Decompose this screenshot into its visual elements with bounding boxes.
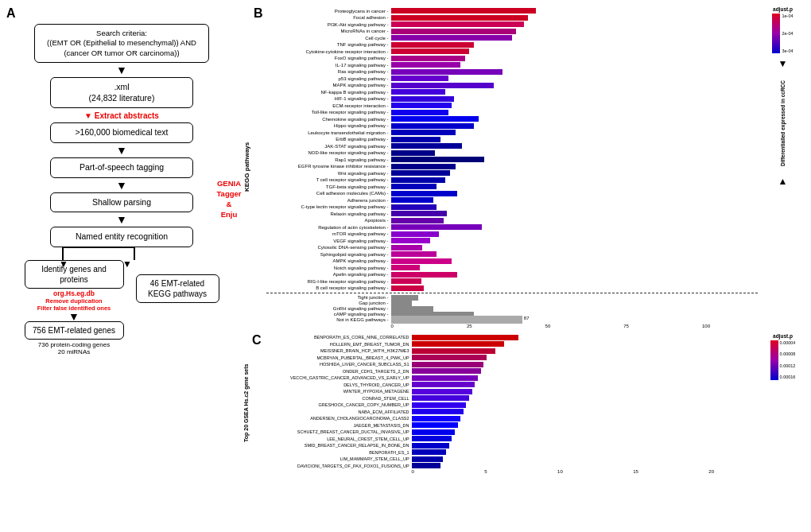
bar-label-b: NOD-like receptor signaling pathway - (266, 150, 391, 155)
bar-label-b: AMPK signaling pathway - (266, 258, 391, 263)
bar-fill-c (412, 375, 478, 381)
bar-row-b: B cell receptor signaling pathway - (266, 285, 758, 291)
emt-genes-box: 756 EMT-related genes (25, 321, 124, 340)
bar-wrap-c (412, 335, 527, 340)
bar-wrap-b (391, 150, 542, 156)
chart-b: Proteoglycans in cancer - Focal adhesion… (266, 6, 758, 328)
bar-fill-b (391, 191, 458, 196)
bar-fill-b (391, 130, 456, 135)
bar-fill-dashed (391, 306, 433, 312)
bar-row-b: Sphingolipid signaling pathway - (266, 251, 758, 257)
bar-row-c: DELYS_THYROID_CANCER_UP (265, 382, 758, 387)
bar-chart-c: BENPORATH_ES_CORE_NINE_CORRELATED HOLLER… (265, 335, 758, 469)
bar-label-c: MCBRYAN_PUBERTAL_BREAST_4_PWK_UP (265, 355, 412, 360)
bar-wrap-c (412, 456, 527, 462)
bar-wrap-b (391, 130, 542, 135)
right-panels: KEGG pathways B Proteoglycans in cancer … (243, 6, 805, 526)
bar-fill-b (391, 245, 423, 250)
bar-fill-b (391, 184, 437, 189)
panel-c: C BENPORATH_ES_CORE_NINE_CORRELATED HOLL… (252, 333, 805, 475)
bar-row-not-kegg: Not in KEGG pathways - 87 (266, 317, 758, 323)
bar-label-c: ANDERSEN_CHOLANGIOCARCINOMA_CLASS2 (265, 416, 412, 421)
bar-fill-c (412, 429, 455, 435)
shallow-parsing-text: Shallow parsing (92, 197, 151, 207)
bar-wrap-b (391, 224, 542, 230)
bar-row-b: PI3K-Akt signaling pathway - (266, 21, 758, 27)
bar-label-dashed: Gap junction - (266, 301, 391, 305)
x-axis-b: 0255075100 (391, 324, 710, 328)
bar-row-b: Toll-like receptor signaling pathway - (266, 110, 758, 115)
bar-fill-c (412, 368, 481, 374)
bar-label-c: SCHUETZ_BREAST_CANCER_DUCTAL_INVASIVE_UP (265, 429, 412, 434)
bar-row-b: Cell adhesion molecules (CAMs) - (266, 191, 758, 196)
ner-text: Named entity recognition (76, 231, 168, 241)
bar-fill-b (391, 143, 462, 149)
bar-fill-c (412, 449, 447, 455)
bar-label-b: HIF-1 signaling pathway - (266, 96, 391, 101)
bar-fill-c (412, 416, 461, 421)
bar-wrap-b (391, 56, 542, 61)
bar-wrap-b (391, 69, 542, 75)
bar-wrap-b (391, 238, 542, 243)
bar-fill-c (412, 341, 504, 347)
bar-label-b: Cell cycle - (266, 36, 391, 41)
bar-row-b: p53 signaling pathway - (266, 76, 758, 81)
bar-fill-b (391, 285, 425, 291)
bar-row-b: MAPK signaling pathway - (266, 83, 758, 88)
bar-row-c: SMID_BREAST_CANCER_RELAPSE_IN_BONE_DN (265, 443, 758, 449)
panel-c-wrapper: Top 20 GSEA Hs.c2 gene sets C BENPORATH_… (243, 333, 805, 475)
bar-fill-b (391, 110, 448, 115)
bar-label-b: TGF-beta signaling pathway - (266, 184, 391, 189)
panel-b: B Proteoglycans in cancer - Focal adhesi… (254, 6, 805, 328)
bar-fill-b (391, 8, 536, 14)
bar-label-not-kegg: Not in KEGG pathways - (266, 317, 391, 322)
bar-wrap-dashed (391, 306, 542, 312)
bar-row-b: Apoptosis - (266, 218, 758, 223)
bar-label-b: FoxO signaling pathway - (266, 56, 391, 60)
bar-fill-b (391, 251, 437, 257)
protein-coding-text: 736 protein-coding genes (38, 341, 110, 348)
bar-row-b: Wnt signaling pathway - (266, 170, 758, 176)
bar-fill-c (412, 409, 464, 414)
extract-label: ▼ Extract abstracts (84, 111, 159, 120)
bar-label-c: GRESHOCK_CANCER_COPY_NUMBER_UP (265, 402, 412, 407)
bar-row-b: Cytokine-cytokine receptor interaction - (266, 49, 758, 54)
bar-row-c: HOSHIDA_LIVER_CANCER_SUBCLASS_S1 (265, 362, 758, 367)
bar-row-b: MicroRNAs in cancer - (266, 29, 758, 34)
bar-row-b: VEGF signaling pathway - (266, 238, 758, 243)
bar-wrap-c (412, 436, 527, 441)
bar-fill-b (391, 170, 450, 176)
not-kegg-value: 87 (524, 316, 530, 320)
bar-row-b: Proteoglycans in cancer - (266, 8, 758, 14)
bar-wrap-b (391, 83, 542, 88)
bar-label-b: ECM-receptor interaction - (266, 103, 391, 108)
bar-wrap-b (391, 15, 542, 21)
bar-label-dashed: GnRH signaling pathway - (266, 306, 391, 311)
legend-b-title: adjust.p (773, 6, 793, 12)
legend-b-gradient-wrap: 1e-04 2e-04 3e-04 (772, 14, 793, 53)
bar-row-dashed: GnRH signaling pathway - (266, 306, 758, 312)
bar-wrap-b (391, 157, 542, 162)
bar-label-b: Rap1 signaling pathway - (266, 157, 391, 162)
bar-wrap-c (412, 355, 527, 360)
bar-label-b: Apoptosis - (266, 218, 391, 223)
bar-fill-b (391, 83, 494, 88)
bar-fill-b (391, 218, 444, 223)
bar-label-c: BENPORATH_ES_1 (265, 450, 412, 455)
bar-label-b: PI3K-Akt signaling pathway - (266, 22, 391, 27)
bar-label-c: JAEGER_METASTASIS_DN (265, 423, 412, 428)
bar-fill-b (391, 96, 455, 102)
kegg-y-axis-label: KEGG pathways (243, 48, 250, 286)
dashed-separator (266, 293, 758, 293)
bar-row-c: BENPORATH_ES_CORE_NINE_CORRELATED (265, 335, 758, 340)
bar-fill-c (412, 362, 484, 367)
kegg-pathways-text: 46 EMT-relatedKEGG pathways (148, 279, 207, 298)
bar-wrap-c (412, 362, 527, 367)
search-criteria-text: Search criteria:((EMT OR (Epithelial to … (47, 29, 196, 57)
bar-wrap-b (391, 285, 542, 291)
bar-row-b: Cell cycle - (266, 35, 758, 41)
bar-row-b: Chemokine signaling pathway - (266, 116, 758, 122)
bar-label-c: DAVICIONI_TARGETS_OF_PAX_FOXO1_FUSIONS_U… (265, 464, 412, 468)
x-axis-c: 05101520 (412, 469, 714, 474)
legend-b-gradient (772, 14, 780, 53)
